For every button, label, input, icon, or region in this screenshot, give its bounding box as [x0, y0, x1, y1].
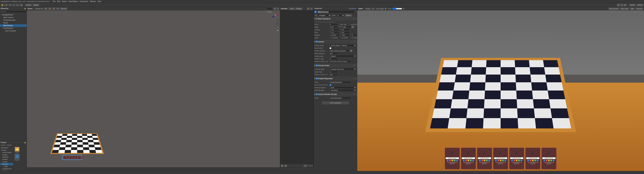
- game-card-1[interactable]: ✓12345The description is a good one: [461, 148, 476, 169]
- canvas-enabled-check[interactable]: [316, 41, 318, 42]
- layer-dropdown[interactable]: UI: [336, 14, 344, 16]
- console-filter[interactable]: ≡: [310, 7, 313, 10]
- rect-transform-header[interactable]: ▾ ⊞ Rect Transform ? ⋮: [314, 17, 357, 20]
- add-component-btn[interactable]: Add Component: [322, 101, 349, 104]
- card-name-field[interactable]: [478, 157, 491, 159]
- camera-render-question[interactable]: ?: [353, 93, 354, 95]
- rot-z-field[interactable]: [352, 34, 357, 36]
- play-button[interactable]: ▶: [617, 4, 620, 6]
- card-name-field[interactable]: [526, 157, 540, 159]
- aspect-dropdown[interactable]: 16:9 Aspect: [375, 7, 387, 10]
- console-play-btn[interactable]: ▶: [281, 165, 284, 167]
- scene-tab[interactable]: Scene: [28, 8, 32, 9]
- project-assets[interactable]: ▾ Assets: [0, 149, 13, 151]
- console-error-pause[interactable]: ⊡: [307, 7, 310, 10]
- hierarchy-item-card-template[interactable]: Card Template: [0, 30, 27, 32]
- game-card-0[interactable]: ✓12345The description is a good one: [445, 148, 460, 169]
- order-field[interactable]: [330, 58, 338, 60]
- scale-y-field[interactable]: [342, 37, 350, 39]
- tag-dropdown[interactable]: Untagged: [318, 14, 331, 16]
- project-images[interactable]: Images: [0, 154, 13, 156]
- project-favorites[interactable]: ▾ Favorites: [0, 147, 13, 149]
- rect-transform-question[interactable]: ?: [353, 18, 354, 20]
- console-collapse-btn[interactable]: Collapse: [295, 7, 302, 10]
- file-cards-folder[interactable]: 📁 Cards: [14, 147, 20, 153]
- layers-dropdown[interactable]: Layers: [629, 4, 636, 6]
- pivot-y-field[interactable]: [342, 31, 350, 33]
- sidebar-tool-6[interactable]: ↺: [276, 32, 279, 35]
- scene-gizmos-btn[interactable]: Gizmos: [60, 7, 68, 10]
- console-step-btn[interactable]: ⏭: [284, 165, 287, 167]
- pause-button[interactable]: ⏸: [620, 4, 623, 6]
- project-prefabs[interactable]: Prefabs: [0, 158, 13, 161]
- scene-btn2[interactable]: ≡: [277, 7, 279, 10]
- project-scripts[interactable]: ▾ Scripts: [0, 163, 13, 165]
- anchor-x-field[interactable]: [331, 29, 340, 31]
- render-camera-field[interactable]: [330, 50, 350, 52]
- pos-z-field[interactable]: [350, 23, 357, 25]
- scale-slider[interactable]: [392, 8, 402, 9]
- scene-viewport[interactable]: // Will be rendered via JS below: [27, 10, 280, 167]
- hierarchy-item-board[interactable]: Board: [0, 22, 27, 24]
- scene-layers[interactable]: ⊞: [273, 7, 276, 10]
- sidebar-tool-2[interactable]: +: [276, 19, 279, 22]
- card-name-field[interactable]: [510, 157, 524, 159]
- game-card-3[interactable]: ✓12345The description is a good one: [493, 148, 508, 169]
- raycaster-menu[interactable]: ⋮: [355, 78, 356, 79]
- console-clear-btn[interactable]: Clear: [289, 7, 294, 10]
- sorting-layer-dropdown[interactable]: Default: [330, 55, 356, 57]
- scale-z-field[interactable]: [352, 37, 357, 39]
- tool-move[interactable]: ✛: [5, 4, 8, 6]
- canvas-question[interactable]: ?: [353, 41, 354, 42]
- sidebar-tool-5[interactable]: ▣: [276, 29, 279, 32]
- gizmos-btn[interactable]: Gizmos: [636, 7, 643, 10]
- scene-fx-btn[interactable]: Fx: [56, 7, 59, 10]
- scaler-menu[interactable]: ⋮: [355, 65, 356, 66]
- hierarchy-item-main-camera[interactable]: Main Camera: [0, 16, 27, 19]
- card-name-field[interactable]: [494, 157, 507, 159]
- canvas-component-header[interactable]: ▾ Canvas ? ⋮: [314, 40, 357, 43]
- pixel-perfect-check[interactable]: [330, 47, 331, 49]
- raycaster-question[interactable]: ?: [353, 78, 354, 79]
- ref-pixels-field[interactable]: [330, 74, 338, 76]
- pivot-dropdown[interactable]: Center: [25, 4, 32, 6]
- menu-help[interactable]: Help: [96, 0, 102, 2]
- ui-scale-dropdown[interactable]: Constant Pixel Size: [330, 68, 356, 71]
- file-dragtone-script[interactable]: # Dragtone: [14, 154, 20, 161]
- game-card-5[interactable]: ✓12345The description is a good one: [525, 148, 540, 169]
- cam-render-field[interactable]: [330, 97, 351, 99]
- render-camera-pick[interactable]: ◎: [350, 50, 352, 52]
- collaborate-label[interactable]: Collaborate: [349, 8, 356, 9]
- static-btn[interactable]: Static ▾: [345, 14, 352, 16]
- blocking-dropdown[interactable]: None: [330, 86, 356, 89]
- scene-lighting-btn[interactable]: 🔆: [48, 7, 52, 10]
- tool-scale[interactable]: ⤢: [12, 4, 15, 6]
- menu-assets[interactable]: Assets: [61, 0, 68, 2]
- sidebar-tool-3[interactable]: −: [276, 22, 279, 25]
- hierarchy-item-samplescene[interactable]: ▾ SampleScene*: [0, 13, 27, 16]
- scale-x-field[interactable]: [331, 37, 340, 39]
- menu-component[interactable]: Component: [79, 0, 89, 2]
- raycaster-header[interactable]: ▾ Graphic Raycaster ? ⋮: [314, 77, 357, 80]
- camera-render-header[interactable]: ▾ Camera Render (Script) ? ⋮: [314, 93, 357, 96]
- game-card-2[interactable]: ✓12345The description is a good one: [477, 148, 492, 169]
- menu-window[interactable]: Window: [89, 0, 97, 2]
- hierarchy-item-event-system[interactable]: EventSystem: [0, 27, 27, 30]
- game-card-6[interactable]: ✓12345The description is a good one: [541, 148, 556, 169]
- console-extra1[interactable]: ≪: [304, 165, 307, 167]
- scaler-question[interactable]: ?: [353, 65, 354, 66]
- blocking-mask-dropdown[interactable]: Everything: [330, 89, 356, 91]
- scene-search[interactable]: [262, 7, 272, 10]
- scene-2d-btn[interactable]: 2D: [44, 7, 48, 10]
- shader-field[interactable]: [330, 60, 351, 63]
- play-focused-btn[interactable]: Play Focused: [608, 7, 619, 10]
- camera-render-menu[interactable]: ⋮: [355, 93, 356, 95]
- scale-factor-field[interactable]: [330, 71, 338, 73]
- pivot-x-field[interactable]: [331, 31, 340, 33]
- canvas-scaler-header[interactable]: ▾ Canvas Scaler ? ⋮: [314, 64, 357, 67]
- pos-y-field[interactable]: [340, 23, 348, 25]
- plane-distance-field[interactable]: [330, 52, 338, 55]
- width-field[interactable]: [330, 26, 338, 28]
- sidebar-tool-4[interactable]: ◎: [276, 25, 279, 28]
- menu-gameobject[interactable]: GameObject: [68, 0, 79, 2]
